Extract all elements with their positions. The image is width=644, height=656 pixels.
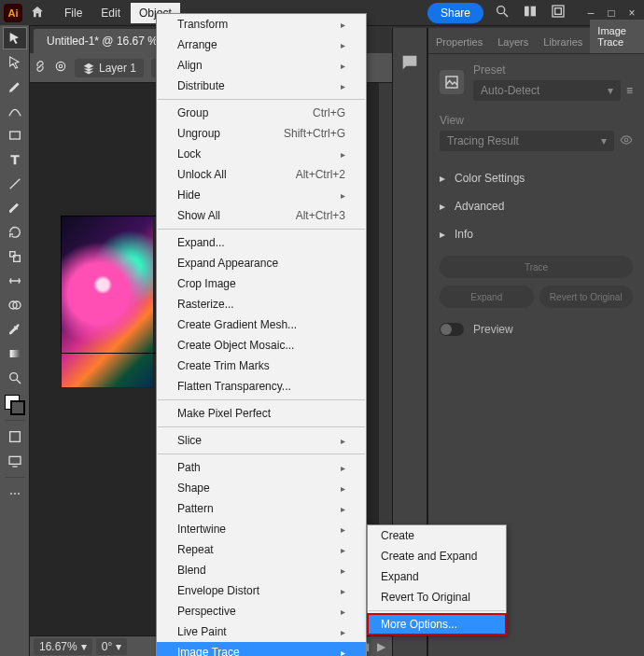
object-menu-item-rasterize[interactable]: Rasterize... — [157, 294, 366, 314]
fill-stroke-swatch[interactable] — [5, 395, 25, 415]
draw-mode-icon[interactable] — [3, 426, 27, 448]
tab-image-trace[interactable]: Image Trace — [590, 20, 644, 53]
submenu-arrow-icon: ▸ — [341, 565, 345, 576]
link-icon[interactable] — [34, 60, 47, 76]
vertical-scrollbar-thumb[interactable] — [381, 354, 390, 391]
rotate-tool-icon[interactable] — [3, 221, 27, 244]
section-advanced[interactable]: ▸Advanced — [440, 192, 633, 220]
object-menu-item-group[interactable]: GroupCtrl+G — [157, 103, 366, 123]
chevron-down-icon: ▾ — [601, 134, 607, 147]
menu-file[interactable]: File — [56, 3, 91, 23]
view-dropdown[interactable]: Tracing Result▾ — [440, 131, 614, 151]
scale-tool-icon[interactable] — [3, 245, 27, 268]
object-menu-item-slice[interactable]: Slice▸ — [157, 430, 366, 451]
view-label: View — [440, 114, 633, 127]
direct-selection-tool-icon[interactable] — [3, 51, 27, 74]
revert-button[interactable]: Revert to Original — [539, 286, 634, 308]
workspace-icon[interactable] — [551, 4, 566, 21]
layer-indicator[interactable]: Layer 1 — [75, 59, 144, 77]
section-info[interactable]: ▸Info — [440, 220, 633, 248]
object-menu-item-show-all[interactable]: Show AllAlt+Ctrl+3 — [157, 205, 366, 226]
object-menu-item-align[interactable]: Align▸ — [157, 55, 366, 76]
window-close-icon[interactable]: × — [623, 7, 640, 20]
object-menu-item-perspective[interactable]: Perspective▸ — [157, 601, 366, 621]
width-tool-icon[interactable] — [3, 270, 27, 292]
object-menu-item-ungroup[interactable]: UngroupShift+Ctrl+G — [157, 123, 366, 144]
object-menu-item-path[interactable]: Path▸ — [157, 457, 366, 478]
window-maximize-icon[interactable]: □ — [603, 7, 620, 20]
paintbrush-tool-icon[interactable] — [3, 197, 27, 219]
svg-rect-12 — [9, 350, 20, 357]
rotate-dropdown[interactable]: 0°▾ — [96, 638, 127, 655]
image-trace-submenu-item-create-and-expand[interactable]: Create and Expand — [368, 546, 506, 566]
target-layer-icon[interactable] — [54, 60, 67, 76]
object-menu-item-create-trim-marks[interactable]: Create Trim Marks — [157, 356, 366, 376]
zoom-tool-icon[interactable] — [3, 367, 27, 389]
object-menu-item-make-pixel-perfect[interactable]: Make Pixel Perfect — [157, 403, 366, 424]
object-menu-item-distribute[interactable]: Distribute▸ — [157, 76, 366, 96]
type-tool-icon[interactable] — [3, 148, 27, 171]
selection-tool-icon[interactable] — [3, 27, 27, 49]
preset-label: Preset — [473, 63, 633, 77]
tab-layers[interactable]: Layers — [490, 31, 536, 53]
trace-button[interactable]: Trace — [440, 256, 633, 278]
svg-point-13 — [9, 373, 17, 381]
image-trace-submenu-item-more-options[interactable]: More Options... — [368, 614, 506, 635]
svg-rect-5 — [555, 8, 562, 15]
object-menu-item-image-trace[interactable]: Image Trace▸ — [157, 642, 366, 656]
curvature-tool-icon[interactable] — [3, 100, 27, 122]
preview-toggle[interactable] — [440, 323, 464, 336]
expand-button[interactable]: Expand — [440, 286, 534, 308]
submenu-arrow-icon: ▸ — [341, 61, 345, 71]
image-trace-submenu-item-create[interactable]: Create — [368, 525, 506, 546]
placed-image[interactable] — [61, 216, 154, 388]
rectangle-tool-icon[interactable] — [3, 124, 27, 147]
object-menu-item-expand[interactable]: Expand... — [157, 232, 366, 253]
zoom-dropdown[interactable]: 16.67%▾ — [34, 638, 92, 655]
section-color-settings[interactable]: ▸Color Settings — [440, 164, 633, 192]
svg-point-18 — [59, 64, 63, 68]
object-menu-item-blend[interactable]: Blend▸ — [157, 560, 366, 580]
object-menu-item-intertwine[interactable]: Intertwine▸ — [157, 519, 366, 539]
object-menu-item-expand-appearance[interactable]: Expand Appearance — [157, 253, 366, 273]
arrange-documents-icon[interactable] — [523, 4, 538, 21]
visibility-icon[interactable] — [620, 133, 633, 149]
comments-icon[interactable] — [399, 52, 420, 73]
object-menu-item-live-paint[interactable]: Live Paint▸ — [157, 621, 366, 642]
shape-builder-tool-icon[interactable] — [3, 294, 27, 316]
submenu-arrow-icon: ▸ — [341, 20, 345, 30]
window-minimize-icon[interactable]: – — [582, 7, 599, 20]
pen-tool-icon[interactable] — [3, 76, 27, 98]
object-menu-item-create-gradient-mesh[interactable]: Create Gradient Mesh... — [157, 314, 366, 335]
object-menu-item-crop-image[interactable]: Crop Image — [157, 273, 366, 294]
object-menu-item-hide[interactable]: Hide▸ — [157, 185, 366, 205]
menu-edit[interactable]: Edit — [92, 3, 129, 23]
share-button[interactable]: Share — [427, 3, 483, 23]
tab-libraries[interactable]: Libraries — [536, 31, 590, 53]
artboard-next-icon[interactable]: ▶ — [373, 640, 388, 653]
object-menu-item-lock[interactable]: Lock▸ — [157, 144, 366, 164]
object-menu-item-create-object-mosaic[interactable]: Create Object Mosaic... — [157, 335, 366, 356]
gradient-tool-icon[interactable] — [3, 342, 27, 365]
panel-menu-icon[interactable]: ≡ — [626, 84, 633, 97]
search-icon[interactable] — [495, 4, 510, 21]
submenu-arrow-icon: ▸ — [341, 648, 345, 657]
preset-dropdown[interactable]: Auto-Detect▾ — [473, 80, 621, 101]
object-menu-item-pattern[interactable]: Pattern▸ — [157, 498, 366, 519]
object-menu-item-arrange[interactable]: Arrange▸ — [157, 35, 366, 55]
object-menu-item-flatten-transparency[interactable]: Flatten Transparency... — [157, 376, 366, 397]
eyedropper-tool-icon[interactable] — [3, 318, 27, 341]
object-menu-item-transform[interactable]: Transform▸ — [157, 14, 366, 35]
object-menu-item-shape[interactable]: Shape▸ — [157, 478, 366, 498]
screen-mode-icon[interactable] — [3, 450, 27, 472]
image-trace-submenu-item-revert-to-original[interactable]: Revert To Original — [368, 587, 506, 607]
object-menu-item-envelope-distort[interactable]: Envelope Distort▸ — [157, 580, 366, 601]
tab-properties[interactable]: Properties — [428, 31, 490, 53]
image-trace-submenu-item-expand[interactable]: Expand — [368, 566, 506, 587]
object-menu-item-unlock-all[interactable]: Unlock AllAlt+Ctrl+2 — [157, 164, 366, 185]
line-tool-icon[interactable] — [3, 173, 27, 195]
object-menu-item-repeat[interactable]: Repeat▸ — [157, 539, 366, 560]
home-icon[interactable] — [30, 5, 47, 21]
edit-toolbar-icon[interactable]: ⋯ — [3, 482, 27, 505]
panel-tabs: Properties Layers Libraries Image Trace — [428, 28, 644, 54]
